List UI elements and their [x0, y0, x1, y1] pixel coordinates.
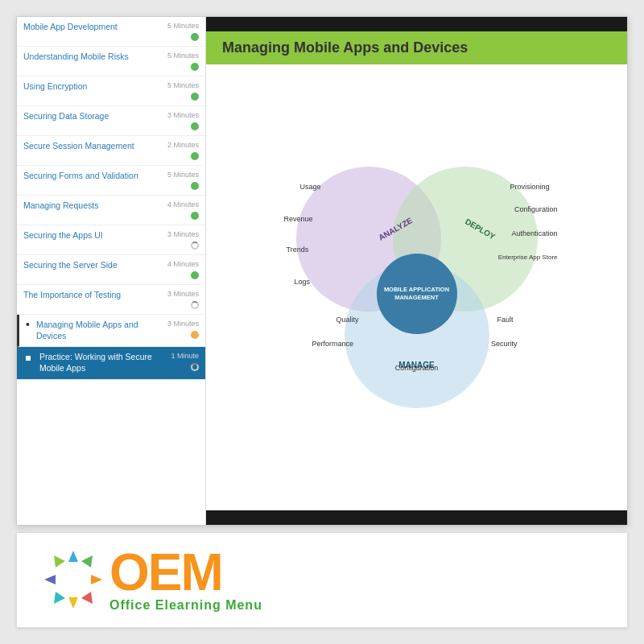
sidebar-item-requests[interactable]: Managing Requests 4 Minutes — [17, 196, 205, 225]
status-dot-11 — [191, 363, 199, 371]
slide-area: Managing Mobile Apps and Devices MOBILE … — [206, 31, 627, 510]
label-revenue: Revenue — [284, 215, 313, 223]
label-provisioning: Provisioning — [510, 183, 549, 191]
minutes-3: 3 Minutes — [167, 111, 199, 119]
sidebar-label-testing: The Importance of Testing — [23, 290, 155, 301]
status-dot-9 — [191, 301, 199, 309]
minutes-5: 5 Minutes — [167, 171, 199, 179]
status-dot-3 — [191, 122, 199, 130]
sidebar-label-server: Securing the Server Side — [23, 260, 155, 271]
label-configuration-top: Configuration — [514, 205, 558, 213]
sidebar-label-risks: Understanding Mobile Risks — [23, 52, 155, 63]
status-dot-0 — [191, 33, 199, 41]
main-panel: Mobile App Development 5 Minutes Underst… — [16, 16, 628, 526]
svg-marker-1 — [68, 551, 78, 562]
content-bottom-bar — [206, 510, 627, 525]
venn-center: MOBILE APPLICATION MANAGEMENT — [377, 254, 457, 334]
venn-center-text: MOBILE APPLICATION MANAGEMENT — [377, 282, 457, 306]
minutes-11: 1 Minute — [171, 352, 199, 360]
sidebar-item-testing[interactable]: The Importance of Testing 3 Minutes — [17, 285, 205, 315]
svg-marker-4 — [81, 592, 93, 604]
minutes-0: 5 Minutes — [167, 22, 199, 30]
sidebar-item-session[interactable]: Secure Session Management 2 Minutes — [17, 136, 205, 166]
status-dot-7 — [191, 242, 199, 250]
label-authentication: Authentication — [511, 229, 557, 237]
label-usage: Usage — [300, 183, 321, 191]
label-quality: Quality — [336, 316, 359, 324]
minutes-1: 5 Minutes — [167, 52, 199, 60]
status-dot-1 — [191, 63, 199, 71]
sidebar-label-apps-ui: Securing the Apps UI — [23, 230, 155, 242]
sidebar-label-managing-mobile: Managing Mobile Apps and Devices — [36, 320, 155, 341]
venn-diagram: MOBILE APPLICATION MANAGEMENT ANALYZE DE… — [272, 159, 562, 416]
svg-marker-6 — [54, 592, 65, 604]
sidebar-item-data-storage[interactable]: Securing Data Storage 3 Minutes — [17, 106, 205, 136]
sidebar-label-requests: Managing Requests — [23, 200, 155, 212]
active-icon — [23, 353, 33, 363]
logo-oem-text: OEM — [109, 547, 262, 598]
status-dot-4 — [191, 152, 199, 160]
minutes-4: 2 Minutes — [167, 141, 199, 149]
status-dot-10 — [191, 331, 199, 339]
sidebar-label-encryption: Using Encryption — [23, 81, 155, 93]
sidebar-item-managing-mobile[interactable]: • Managing Mobile Apps and Devices 3 Min… — [17, 315, 205, 347]
status-dot-5 — [191, 182, 199, 190]
content-top-bar — [206, 17, 627, 31]
bullet-icon: • — [26, 318, 30, 331]
label-security: Security — [491, 340, 518, 348]
sidebar-item-risks[interactable]: Understanding Mobile Risks 5 Minutes — [17, 47, 205, 76]
slide-title: Managing Mobile Apps and Devices — [222, 39, 468, 56]
label-trends: Trends — [287, 246, 309, 254]
slide-header: Managing Mobile Apps and Devices — [206, 31, 627, 64]
outer-container: Mobile App Development 5 Minutes Underst… — [0, 0, 644, 644]
slide-body: MOBILE APPLICATION MANAGEMENT ANALYZE DE… — [206, 64, 627, 510]
sidebar-label-session: Secure Session Management — [23, 141, 155, 152]
svg-rect-0 — [26, 356, 31, 361]
logo-area: OEM Office Elearning Menu — [16, 532, 628, 628]
oem-logo-icon — [41, 547, 105, 612]
svg-marker-8 — [54, 555, 65, 568]
svg-marker-5 — [68, 597, 78, 609]
sidebar-item-forms[interactable]: Securing Forms and Validation 5 Minutes — [17, 166, 205, 196]
minutes-9: 3 Minutes — [167, 290, 199, 298]
label-enterprise: Enterprise App Store — [498, 254, 558, 261]
svg-marker-7 — [44, 575, 56, 584]
minutes-6: 4 Minutes — [167, 200, 199, 208]
status-dot-8 — [191, 271, 199, 279]
minutes-7: 3 Minutes — [167, 230, 199, 238]
label-performance: Performance — [312, 340, 354, 348]
minutes-10: 3 Minutes — [167, 320, 199, 328]
sidebar-item-mobile-app-dev[interactable]: Mobile App Development 5 Minutes — [17, 17, 205, 47]
svg-marker-3 — [91, 575, 102, 584]
sidebar-item-apps-ui[interactable]: Securing the Apps UI 3 Minutes — [17, 225, 205, 255]
svg-marker-2 — [81, 555, 93, 568]
sidebar-item-encryption[interactable]: Using Encryption 5 Minutes — [17, 76, 205, 106]
sidebar-item-practice[interactable]: Practice: Working with Secure Mobile App… — [17, 347, 205, 379]
sidebar-label-mobile-app-dev: Mobile App Development — [23, 22, 155, 33]
logo-subtitle-text: Office Elearning Menu — [109, 598, 262, 613]
label-configuration-bot: Configuration — [395, 364, 439, 372]
sidebar: Mobile App Development 5 Minutes Underst… — [17, 17, 206, 525]
label-fault: Fault — [497, 316, 513, 324]
status-dot-2 — [191, 93, 199, 101]
sidebar-item-server[interactable]: Securing the Server Side 4 Minutes — [17, 255, 205, 285]
minutes-8: 4 Minutes — [167, 260, 199, 268]
sidebar-label-practice: Practice: Working with Secure Mobile App… — [39, 352, 155, 374]
logo-text-group: OEM Office Elearning Menu — [109, 547, 262, 613]
sidebar-label-data-storage: Securing Data Storage — [23, 111, 155, 122]
content-area: Managing Mobile Apps and Devices MOBILE … — [206, 17, 627, 525]
label-logs: Logs — [295, 278, 311, 286]
minutes-2: 5 Minutes — [167, 81, 199, 89]
sidebar-label-forms: Securing Forms and Validation — [23, 171, 155, 182]
status-dot-6 — [191, 212, 199, 220]
